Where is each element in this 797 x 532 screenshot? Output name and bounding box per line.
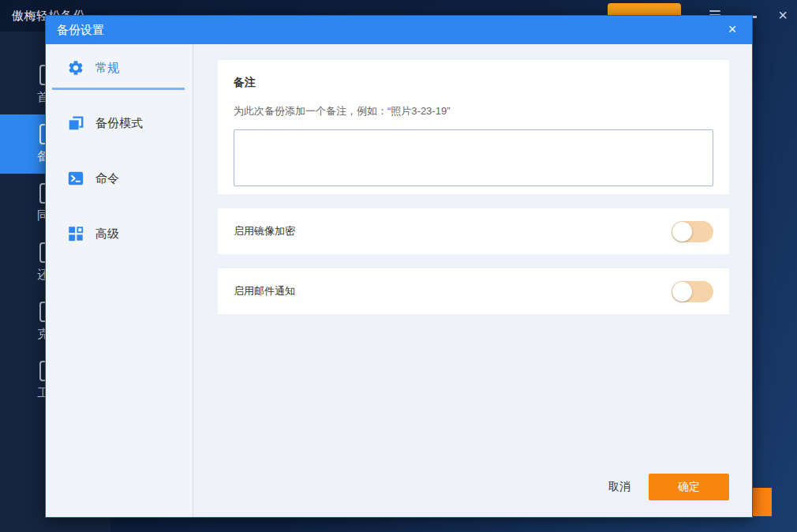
tab-backup-mode[interactable]: 备份模式	[46, 101, 193, 156]
note-title: 备注	[234, 76, 713, 90]
close-icon[interactable]: ×	[773, 5, 792, 25]
tab-general[interactable]: 常规	[46, 46, 193, 101]
toggle-knob	[672, 222, 692, 242]
note-input[interactable]	[234, 129, 713, 186]
dialog-footer: 取消 确定	[608, 474, 729, 500]
dialog-header: 备份设置 ×	[46, 16, 752, 44]
email-notify-label: 启用邮件通知	[234, 284, 295, 298]
dialog-close-icon[interactable]: ×	[722, 16, 743, 44]
gear-icon	[67, 59, 84, 77]
email-notify-toggle[interactable]	[672, 281, 713, 302]
ok-button[interactable]: 确定	[649, 474, 729, 500]
encryption-toggle[interactable]	[672, 221, 713, 242]
copy-icon	[67, 114, 84, 132]
note-card: 备注 为此次备份添加一个备注，例如：“照片3-23-19”	[218, 60, 729, 194]
tab-command[interactable]: 命令	[46, 156, 193, 212]
encryption-row: 启用镜像加密	[218, 208, 729, 254]
grid-icon	[67, 225, 84, 242]
terminal-icon	[67, 170, 84, 187]
tab-advanced[interactable]: 高级	[46, 212, 193, 267]
encryption-label: 启用镜像加密	[234, 224, 295, 238]
toggle-knob	[672, 282, 692, 302]
backup-settings-dialog: 备份设置 × 常规 备份模式	[45, 15, 753, 518]
dialog-title: 备份设置	[57, 16, 104, 44]
dialog-sidebar: 常规 备份模式	[46, 44, 193, 517]
note-description: 为此次备份添加一个备注，例如：“照片3-23-19”	[234, 104, 713, 118]
dialog-content: 备注 为此次备份添加一个备注，例如：“照片3-23-19” 启用镜像加密 启用邮…	[193, 44, 752, 517]
cancel-button[interactable]: 取消	[608, 480, 630, 494]
email-notify-row: 启用邮件通知	[218, 268, 729, 314]
